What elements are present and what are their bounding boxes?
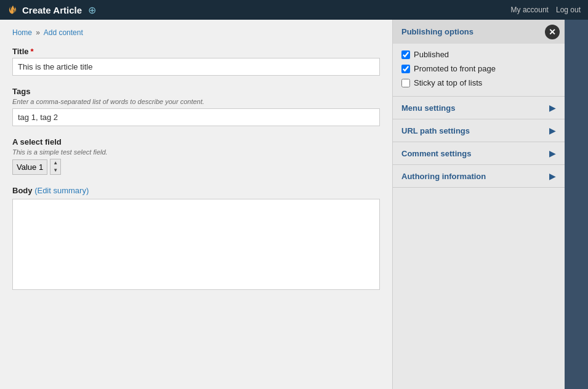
form-panel: Home » Add content Title* Tags Enter a c…	[0, 20, 392, 389]
select-label: A select field	[12, 137, 380, 146]
authoring-information-item[interactable]: Authoring information ▶	[393, 165, 565, 188]
published-label[interactable]: Published	[414, 50, 449, 59]
select-value: Value 1	[17, 162, 43, 172]
publishing-options-header[interactable]: Publishing options ▾	[393, 20, 565, 44]
authoring-information-arrow: ▶	[549, 171, 556, 181]
my-account-link[interactable]: My account	[511, 6, 549, 14]
menu-settings-item[interactable]: Menu settings ▶	[393, 97, 565, 119]
top-bar-links: My account Log out	[511, 6, 581, 14]
breadcrumb-current[interactable]: Add content	[44, 28, 83, 37]
edit-summary-link[interactable]: (Edit summary)	[34, 186, 89, 195]
published-row: Published	[401, 50, 556, 59]
sidebar: ✕ Publishing options ▾ Published Promote…	[392, 20, 565, 389]
top-bar-left: Create Article ⊕	[7, 4, 96, 16]
title-input[interactable]	[12, 58, 380, 76]
url-path-settings-item[interactable]: URL path settings ▶	[393, 119, 565, 142]
spinner-up-button[interactable]: ▲	[50, 159, 60, 167]
tags-field-group: Tags Enter a comma-separated list of wor…	[12, 87, 380, 126]
front-page-row: Promoted to front page	[401, 64, 556, 73]
sticky-row: Sticky at top of lists	[401, 78, 556, 87]
breadcrumb-home[interactable]: Home	[12, 28, 32, 37]
comment-settings-item[interactable]: Comment settings ▶	[393, 142, 565, 165]
tags-description: Enter a comma-separated list of words to…	[12, 98, 380, 105]
select-spinner[interactable]: ▲ ▼	[50, 159, 61, 175]
select-control-wrapper: Value 1 ▲ ▼	[12, 159, 380, 175]
select-value-display[interactable]: Value 1	[12, 159, 47, 175]
body-label: Body (Edit summary)	[12, 186, 380, 195]
authoring-information-label: Authoring information	[401, 172, 486, 181]
url-path-settings-label: URL path settings	[401, 126, 470, 135]
spinner-down-button[interactable]: ▼	[50, 167, 60, 174]
title-label: Title*	[12, 47, 380, 56]
top-bar: Create Article ⊕ My account Log out	[0, 0, 588, 20]
main-container: Home » Add content Title* Tags Enter a c…	[0, 20, 588, 389]
sticky-checkbox[interactable]	[401, 79, 410, 87]
menu-settings-arrow: ▶	[549, 103, 556, 113]
title-required: *	[31, 47, 34, 56]
page-title: Create Article	[22, 5, 82, 15]
breadcrumb: Home » Add content	[12, 28, 380, 37]
publishing-options-body: Published Promoted to front page Sticky …	[393, 44, 565, 96]
body-field-group: Body (Edit summary)	[12, 186, 380, 292]
body-textarea[interactable]	[12, 199, 380, 290]
tags-label: Tags	[12, 87, 380, 96]
menu-settings-label: Menu settings	[401, 103, 455, 113]
title-field-group: Title*	[12, 47, 380, 76]
site-logo-icon	[7, 4, 18, 15]
comment-settings-arrow: ▶	[549, 148, 556, 158]
front-page-checkbox[interactable]	[401, 65, 410, 73]
published-checkbox[interactable]	[401, 50, 410, 59]
url-path-settings-arrow: ▶	[549, 126, 556, 135]
sticky-label[interactable]: Sticky at top of lists	[414, 78, 482, 87]
front-page-label[interactable]: Promoted to front page	[414, 64, 496, 73]
tags-input[interactable]	[12, 108, 380, 126]
publishing-options-panel: Publishing options ▾ Published Promoted …	[393, 20, 565, 97]
publishing-title: Publishing options	[401, 27, 473, 36]
add-icon[interactable]: ⊕	[88, 4, 96, 16]
select-description: This is a simple test select field.	[12, 148, 380, 156]
breadcrumb-separator: »	[36, 28, 40, 37]
close-button[interactable]: ✕	[545, 25, 560, 39]
comment-settings-label: Comment settings	[401, 149, 471, 158]
select-field-group: A select field This is a simple test sel…	[12, 137, 380, 175]
log-out-link[interactable]: Log out	[556, 6, 581, 14]
